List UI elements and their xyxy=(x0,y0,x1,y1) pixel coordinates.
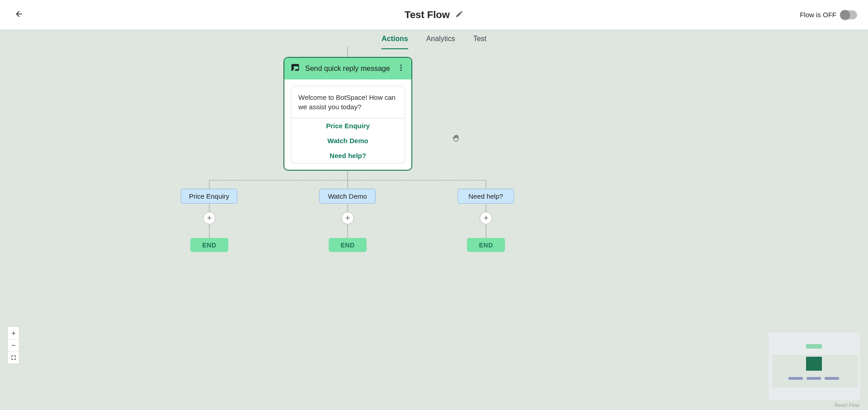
svg-point-13 xyxy=(401,67,402,69)
back-button[interactable] xyxy=(14,9,24,20)
node-menu-button[interactable] xyxy=(397,64,405,74)
tab-actions[interactable]: Actions xyxy=(382,35,408,49)
branch-label: Watch Demo xyxy=(328,192,367,200)
plus-icon xyxy=(10,330,17,336)
plus-icon: + xyxy=(484,214,489,223)
minimap-node xyxy=(807,377,821,380)
fit-view-button[interactable] xyxy=(8,351,19,363)
canvas-tabs: Actions Analytics Test xyxy=(382,35,486,49)
node-send-quick-reply[interactable]: Send quick reply message Welcome to BotS… xyxy=(283,57,412,171)
minimap-node xyxy=(806,344,822,349)
minimap-viewport xyxy=(772,355,858,387)
arrow-left-icon xyxy=(14,9,24,19)
minimap-node xyxy=(788,377,803,380)
flow-edges xyxy=(0,29,868,410)
flow-status-label: Flow is OFF xyxy=(800,11,836,19)
minimap-node xyxy=(806,357,822,371)
add-step-button[interactable]: + xyxy=(203,212,216,224)
plus-icon: + xyxy=(207,214,212,223)
fullscreen-icon xyxy=(10,354,17,361)
svg-point-14 xyxy=(401,70,402,71)
add-step-button[interactable]: + xyxy=(480,212,492,224)
zoom-in-button[interactable] xyxy=(8,327,19,339)
grab-cursor-icon xyxy=(452,134,460,142)
edit-title-button[interactable] xyxy=(455,10,463,20)
quick-reply-message-box: Welcome to BotSpace! How can we assist y… xyxy=(291,86,405,163)
flow-title: Test Flow xyxy=(405,9,450,21)
zoom-controls xyxy=(7,326,19,364)
quick-reply-option[interactable]: Price Enquiry xyxy=(291,118,405,133)
end-node[interactable]: END xyxy=(329,238,367,252)
quick-reply-option[interactable]: Watch Demo xyxy=(291,133,405,148)
end-node[interactable]: END xyxy=(190,238,228,252)
zoom-out-button[interactable] xyxy=(8,339,19,351)
kebab-icon xyxy=(397,64,405,72)
branch-node-watch-demo[interactable]: Watch Demo xyxy=(319,189,376,204)
end-node[interactable]: END xyxy=(467,238,505,252)
minimap[interactable]: React Flow xyxy=(768,332,861,401)
end-label: END xyxy=(479,242,493,249)
quick-reply-icon xyxy=(291,63,300,74)
end-label: END xyxy=(202,242,216,249)
branch-node-need-help[interactable]: Need help? xyxy=(458,189,514,204)
branch-node-price-enquiry[interactable]: Price Enquiry xyxy=(181,189,237,204)
quick-reply-message-text: Welcome to BotSpace! How can we assist y… xyxy=(291,86,405,118)
minus-icon xyxy=(10,342,17,349)
attribution-label: React Flow xyxy=(835,402,859,408)
branch-label: Need help? xyxy=(468,192,503,200)
add-step-button[interactable]: + xyxy=(341,212,354,224)
pencil-icon xyxy=(455,10,463,18)
end-label: END xyxy=(340,242,354,249)
node-title: Send quick reply message xyxy=(305,65,392,73)
branch-label: Price Enquiry xyxy=(189,192,229,200)
plus-icon: + xyxy=(345,214,350,223)
quick-reply-option[interactable]: Need help? xyxy=(291,148,405,163)
tab-test[interactable]: Test xyxy=(473,35,486,49)
flow-toggle-switch[interactable] xyxy=(841,10,857,19)
flow-canvas[interactable]: Actions Analytics Test Send quick reply … xyxy=(0,29,868,410)
toggle-knob xyxy=(840,10,850,20)
minimap-node xyxy=(825,377,839,380)
svg-point-12 xyxy=(401,65,402,66)
tab-analytics[interactable]: Analytics xyxy=(426,35,455,49)
